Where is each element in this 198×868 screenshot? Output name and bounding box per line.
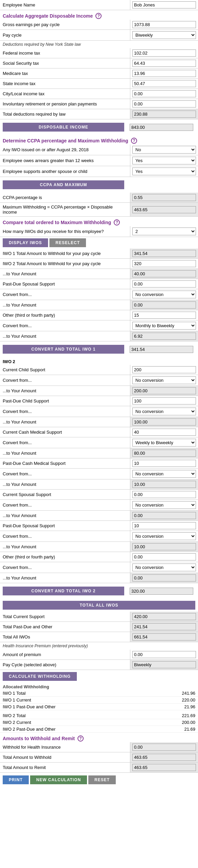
arrears-value[interactable]: Yes No	[130, 155, 198, 166]
gross-input[interactable]	[132, 21, 196, 28]
display-iwos-button[interactable]: DISPLAY IWOS	[3, 238, 48, 247]
ccpa-help-icon[interactable]: ?	[131, 138, 137, 144]
involuntary-input[interactable]	[132, 100, 196, 107]
federal-value[interactable]	[130, 48, 198, 58]
convert-from-1-value[interactable]: No conversion Weekly to Biweekly Monthly…	[130, 289, 198, 300]
cs-input[interactable]	[132, 491, 196, 498]
other2-input[interactable]	[132, 553, 196, 560]
pdcm-value[interactable]	[130, 458, 198, 468]
employee-name-input[interactable]	[132, 1, 196, 8]
pdcm-input[interactable]	[132, 460, 196, 467]
other2-value[interactable]	[130, 552, 198, 562]
ccm-convert-value[interactable]: No conversion Weekly to Biweekly Monthly…	[130, 437, 198, 448]
social-input[interactable]	[132, 60, 196, 67]
pds-value[interactable]	[130, 521, 198, 531]
amount-premium-row: Amount of premium	[0, 650, 198, 660]
arrears-select[interactable]: Yes No	[132, 157, 196, 164]
arrears-label: Employee owes arrears greater than 12 we…	[0, 155, 130, 166]
spouse-label: Employee supports another spouse or chil…	[0, 166, 130, 177]
ccm-to-input	[132, 450, 196, 457]
pay-cycle-select[interactable]: Biweekly Weekly Monthly Semi-monthly	[132, 31, 196, 39]
pay-cycle-display-row: Pay Cycle (selected above)	[0, 660, 198, 670]
ccm-input[interactable]	[132, 429, 196, 436]
cs-convert-select[interactable]: No conversion Weekly to Biweekly Monthly…	[132, 501, 196, 509]
pds-to-label: ...to Your Amount	[0, 542, 130, 552]
pay-cycle-value[interactable]: Biweekly Weekly Monthly Semi-monthly	[130, 30, 198, 40]
city-value[interactable]	[130, 89, 198, 99]
amount-premium-value[interactable]	[130, 650, 198, 659]
cc-input[interactable]	[132, 366, 196, 373]
pay-cycle-display-input	[132, 661, 196, 668]
past-due-spousal-input[interactable]	[132, 280, 196, 288]
gross-value[interactable]	[130, 20, 198, 29]
medicare-value[interactable]	[130, 68, 198, 78]
pdc-input[interactable]	[132, 397, 196, 405]
city-input[interactable]	[132, 90, 196, 97]
other-value[interactable]	[130, 310, 198, 320]
ccm-convert-select[interactable]: No conversion Weekly to Biweekly Monthly…	[132, 439, 196, 447]
gross-row: Gross earnings per pay cycle	[0, 20, 198, 30]
social-value[interactable]	[130, 58, 198, 68]
convert-from-2-select[interactable]: No conversion Weekly to Biweekly Monthly…	[132, 322, 196, 330]
other2-convert-select[interactable]: No conversion Weekly to Biweekly Monthly…	[132, 564, 196, 571]
cs-label: Current Spousal Support	[0, 490, 130, 499]
state-value[interactable]	[130, 79, 198, 88]
other-input[interactable]	[132, 312, 196, 319]
convert-from-2-value[interactable]: No conversion Weekly to Biweekly Monthly…	[130, 320, 198, 331]
pdcm-convert-value[interactable]: No conversion Weekly to Biweekly Monthly…	[130, 469, 198, 479]
involuntary-value[interactable]	[130, 99, 198, 109]
ccm-value[interactable]	[130, 427, 198, 437]
amounts-help-icon[interactable]: ?	[78, 735, 84, 742]
medicare-row: Medicare tax	[0, 68, 198, 79]
medicare-input[interactable]	[132, 70, 196, 77]
health-withhold-value	[130, 742, 198, 752]
iwo-value[interactable]: No Yes	[130, 144, 198, 155]
pds-input[interactable]	[132, 522, 196, 529]
other2-convert-value[interactable]: No conversion Weekly to Biweekly Monthly…	[130, 562, 198, 573]
print-button[interactable]: PRINT	[3, 775, 29, 784]
reselect-button[interactable]: RESELECT	[49, 238, 86, 247]
how-many-value[interactable]: 1 2 3 4	[130, 226, 198, 237]
calculate-withholding-button[interactable]: CALCULATE WITHHOLDING	[3, 672, 77, 681]
employee-name-label: Employee Name	[0, 0, 130, 10]
spouse-value[interactable]: Yes No	[130, 166, 198, 177]
employee-name-value[interactable]	[130, 0, 198, 10]
iwo2-total-input[interactable]	[132, 260, 196, 267]
spouse-row: Employee supports another spouse or chil…	[0, 166, 198, 177]
pay-cycle-label: Pay cycle	[0, 30, 130, 40]
cc-convert-select[interactable]: No conversion Weekly to Biweekly Monthly…	[132, 376, 196, 384]
federal-row: Federal income tax	[0, 48, 198, 58]
max-label: Maximum Withholding = CCPA percentage × …	[0, 203, 130, 216]
iwo-select[interactable]: No Yes	[132, 146, 196, 154]
compare-help-icon[interactable]: ?	[114, 219, 120, 225]
state-input[interactable]	[132, 80, 196, 87]
cc-value[interactable]	[130, 365, 198, 375]
pdcm-convert-select[interactable]: No conversion Weekly to Biweekly Monthly…	[132, 470, 196, 478]
iwo1-total-value	[130, 249, 198, 258]
pdc-value[interactable]	[130, 396, 198, 406]
involuntary-row: Involuntary retirement or pension plan p…	[0, 99, 198, 109]
amounts-header: Amounts to Withhold and Remit ?	[0, 733, 198, 742]
how-many-select[interactable]: 1 2 3 4	[132, 228, 196, 235]
spouse-select[interactable]: Yes No	[132, 167, 196, 175]
pds-convert-select[interactable]: No conversion Weekly to Biweekly Monthly…	[132, 532, 196, 540]
federal-input[interactable]	[132, 50, 196, 57]
allocated-header: Allocated Withholding	[0, 683, 198, 690]
cc-convert-value[interactable]: No conversion Weekly to Biweekly Monthly…	[130, 375, 198, 386]
cs-convert-value[interactable]: No conversion Weekly to Biweekly Monthly…	[130, 500, 198, 510]
reset-button[interactable]: RESET	[88, 775, 116, 784]
other2-to-row: ...to Your Amount	[0, 573, 198, 583]
aggregate-help-icon[interactable]: ?	[95, 13, 102, 19]
pdc-convert-select[interactable]: No conversion Weekly to Biweekly Monthly…	[132, 408, 196, 415]
pdc-convert-value[interactable]: No conversion Weekly to Biweekly Monthly…	[130, 406, 198, 417]
total-current-row: Total Current Support	[0, 612, 198, 622]
city-row: City/Local income tax	[0, 89, 198, 99]
amount-premium-input[interactable]	[132, 651, 196, 658]
new-calculation-button[interactable]: NEW CALCULATION	[30, 775, 87, 784]
total-remit-label: Total Amount to Remit	[0, 763, 130, 772]
iwo2-total-value[interactable]	[130, 259, 198, 269]
past-due-spousal-value[interactable]	[130, 279, 198, 289]
pds-convert-value[interactable]: No conversion Weekly to Biweekly Monthly…	[130, 531, 198, 541]
cs-value[interactable]	[130, 490, 198, 499]
convert-from-1-select[interactable]: No conversion Weekly to Biweekly Monthly…	[132, 291, 196, 298]
